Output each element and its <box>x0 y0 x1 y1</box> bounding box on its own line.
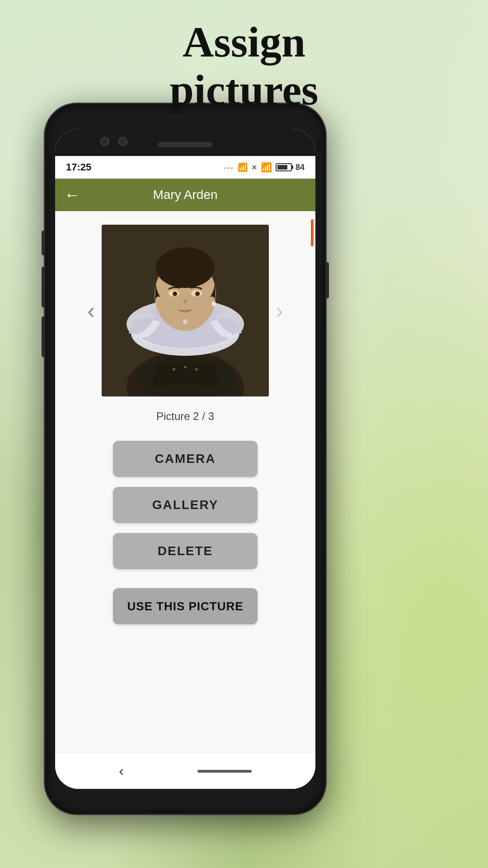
svg-point-11 <box>174 292 176 294</box>
svg-point-16 <box>173 368 175 371</box>
svg-point-12 <box>197 292 199 294</box>
delete-button[interactable]: DELETE <box>113 533 258 569</box>
svg-point-18 <box>195 368 198 371</box>
battery-percent: 84 <box>296 163 305 172</box>
phone-shell: 17:25 ··· 📶 ✕ 📶 84 ← Mary Arden <box>45 104 325 814</box>
page-title: Assign pictures <box>0 18 488 113</box>
use-picture-button[interactable]: USE THIS PICTURE <box>113 588 258 624</box>
portrait-image <box>102 225 269 396</box>
wifi-icon: 📶 <box>261 162 272 173</box>
scroll-indicator <box>311 219 314 246</box>
svg-point-17 <box>184 366 187 368</box>
signal-icon: ✕ <box>251 163 257 172</box>
portrait-area: ‹ <box>55 211 315 406</box>
prev-image-button[interactable]: ‹ <box>80 297 102 324</box>
gallery-button[interactable]: GALLERY <box>113 487 258 523</box>
battery-icon <box>276 163 292 171</box>
system-back-button[interactable]: ‹ <box>119 763 124 779</box>
phone-screen: 17:25 ··· 📶 ✕ 📶 84 ← Mary Arden <box>55 129 315 789</box>
app-header: ← Mary Arden <box>55 179 315 211</box>
home-indicator[interactable] <box>197 770 252 773</box>
status-time: 17:25 <box>66 161 91 173</box>
picture-counter: Picture 2 / 3 <box>55 410 315 432</box>
front-camera-right <box>118 137 127 146</box>
phone-bottom-nav: ‹ <box>55 753 315 789</box>
status-bar: 17:25 ··· 📶 ✕ 📶 84 <box>55 156 315 179</box>
buttons-section: CAMERA GALLERY DELETE USE THIS PICTURE <box>55 432 315 633</box>
svg-point-14 <box>183 320 188 324</box>
volume-down-button <box>42 316 45 357</box>
status-icons: ··· 📶 ✕ 📶 84 <box>224 162 305 173</box>
back-button[interactable]: ← <box>64 185 80 204</box>
header-title: Mary Arden <box>153 188 217 202</box>
phone-speaker <box>158 142 212 147</box>
phone-notch <box>55 129 315 156</box>
volume-silent-button <box>42 231 45 255</box>
svg-point-13 <box>211 302 216 306</box>
svg-point-6 <box>156 247 215 288</box>
next-image-button[interactable]: › <box>269 297 290 324</box>
volume-up-button <box>42 267 45 307</box>
app-content: ‹ <box>55 211 315 789</box>
bluetooth-icon: 📶 <box>238 162 248 172</box>
power-button <box>325 262 329 298</box>
camera-button[interactable]: CAMERA <box>113 441 258 477</box>
title-line2: pictures <box>170 66 319 114</box>
front-camera-left <box>100 137 109 146</box>
title-line1: Assign <box>183 18 305 66</box>
menu-dots-icon: ··· <box>224 162 234 173</box>
